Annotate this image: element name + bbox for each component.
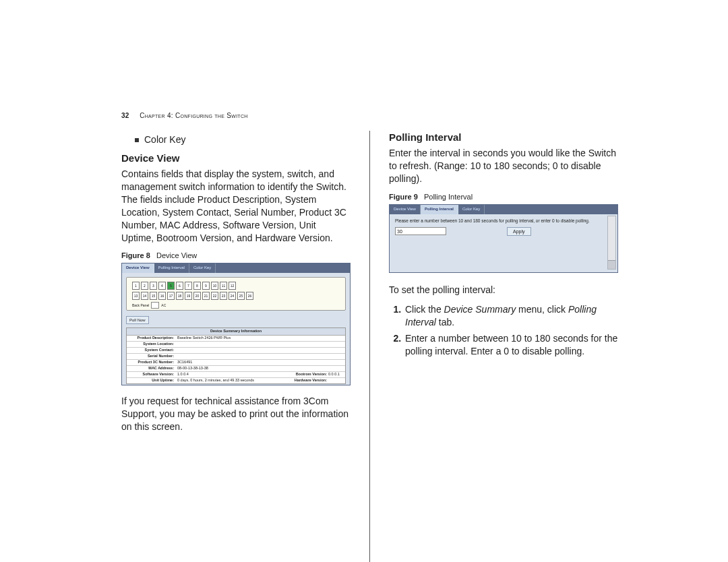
right-column: Polling Interval Enter the interval in s… <box>389 131 618 562</box>
summary-table: Device Summary Information Product Descr… <box>126 327 346 383</box>
row-value: 08-00-13-38-13-38 <box>176 366 345 371</box>
port[interactable]: 5 <box>167 282 175 290</box>
table-row: Product 3C Number:3C16491 <box>127 360 345 366</box>
tab-bar: Device View Polling Interval Color Key <box>122 263 350 273</box>
table-row: System Location: <box>127 342 345 348</box>
port[interactable]: 25 <box>237 292 245 300</box>
bullet-item: Color Key <box>135 133 351 146</box>
port[interactable]: 14 <box>141 292 148 300</box>
table-row: Product Description:Baseline Switch 2426… <box>127 336 345 342</box>
page: 32 Chapter 4: Configuring the Switch Col… <box>0 0 728 562</box>
chapter-label: Chapter 4: Configuring the Switch <box>140 112 248 119</box>
row-label-right: Bootrom Version: <box>286 372 327 377</box>
row-value: Baseline Switch 2426 PWR Plus <box>176 336 345 341</box>
port-row-1: 123456789101112 <box>132 282 236 290</box>
row-value <box>176 354 345 359</box>
two-columns: Color Key Device View Contains fields th… <box>121 131 647 562</box>
port[interactable]: 18 <box>176 292 183 300</box>
port[interactable]: 7 <box>185 282 192 290</box>
heading-device-view: Device View <box>121 152 351 165</box>
polling-message: Please enter a number between 10 and 180… <box>390 214 617 226</box>
port[interactable]: 4 <box>158 282 166 290</box>
back-panel-slot <box>151 302 159 309</box>
figure8-caption: Figure 8 Device View <box>121 251 351 261</box>
port[interactable]: 15 <box>150 292 157 300</box>
bullet-square-icon <box>135 138 139 142</box>
apply-button[interactable]: Apply <box>507 227 531 236</box>
row-label: Serial Number: <box>127 354 176 359</box>
table-row: Unit Uptime:0 days, 0 hours, 2 minutes, … <box>127 378 345 383</box>
table-row: Serial Number: <box>127 354 345 360</box>
scrollbar-thumb[interactable] <box>608 260 615 269</box>
tab-bar: Device View Polling Interval Color Key <box>390 205 617 214</box>
figure9-caption: Figure 9 Polling Interval <box>389 192 618 202</box>
row-label: Product Description: <box>127 336 176 341</box>
back-panel-label: Back Panel <box>132 303 149 308</box>
steps-list: Click the Device Summary menu, click Pol… <box>389 303 618 358</box>
tab-device-view[interactable]: Device View <box>122 263 154 273</box>
tab-polling-interval[interactable]: Polling Interval <box>154 263 189 273</box>
table-row: Software Version:1.0.0.4Bootrom Version:… <box>127 372 345 378</box>
row-label: System Contact: <box>127 348 176 353</box>
port[interactable]: 10 <box>211 282 218 290</box>
port[interactable]: 2 <box>141 282 148 290</box>
paragraph-polling: Enter the interval in seconds you would … <box>389 147 618 185</box>
paragraph-device-view: Contains fields that display the system,… <box>121 168 351 244</box>
left-column: Color Key Device View Contains fields th… <box>121 131 351 562</box>
summary-header: Device Summary Information <box>127 328 345 335</box>
paragraph-to-set: To set the polling interval: <box>389 284 618 296</box>
figure9-label: Figure 9 <box>389 193 418 201</box>
poll-now-button[interactable]: Poll Now <box>126 316 149 324</box>
figure9-title: Polling Interval <box>424 193 473 201</box>
port[interactable]: 3 <box>150 282 157 290</box>
running-header: 32 Chapter 4: Configuring the Switch <box>121 111 248 121</box>
port[interactable]: 13 <box>132 292 140 300</box>
polling-input[interactable]: 30 <box>395 227 446 235</box>
port[interactable]: 23 <box>220 292 227 300</box>
port[interactable]: 12 <box>229 282 236 290</box>
port[interactable]: 16 <box>158 292 166 300</box>
port[interactable]: 21 <box>202 292 210 300</box>
row-label: Product 3C Number: <box>127 360 176 365</box>
tab-polling-interval[interactable]: Polling Interval <box>421 205 458 214</box>
figure8-label: Figure 8 <box>121 251 150 259</box>
row-value: 1.0.0.4 <box>176 372 286 377</box>
row-value-right <box>327 378 345 383</box>
port[interactable]: 8 <box>193 282 201 290</box>
port[interactable]: 17 <box>167 292 175 300</box>
page-number: 32 <box>121 112 129 119</box>
column-divider <box>369 131 370 562</box>
port[interactable]: 22 <box>211 292 218 300</box>
row-value-right: 0.0.0.1 <box>327 372 345 377</box>
figure8-title: Device View <box>156 251 197 259</box>
bullet-text: Color Key <box>144 133 185 146</box>
tab-color-key[interactable]: Color Key <box>189 263 216 273</box>
row-label: Software Version: <box>127 372 176 377</box>
port[interactable]: 20 <box>193 292 201 300</box>
row-value <box>176 348 345 353</box>
figure9-screenshot: Device View Polling Interval Color Key P… <box>389 204 618 273</box>
paragraph-support-note: If you request for technical assistance … <box>121 395 351 433</box>
port[interactable]: 1 <box>132 282 140 290</box>
port[interactable]: 26 <box>246 292 253 300</box>
row-value: 3C16491 <box>176 360 345 365</box>
step-1: Click the Device Summary menu, click Pol… <box>404 303 618 329</box>
row-label-right: Hardware Version: <box>286 378 327 383</box>
polling-controls: 30 Apply <box>390 226 617 237</box>
heading-polling-interval: Polling Interval <box>389 131 618 144</box>
port[interactable]: 24 <box>229 292 236 300</box>
row-value <box>176 342 345 347</box>
tab-color-key[interactable]: Color Key <box>458 205 485 214</box>
port[interactable]: 9 <box>202 282 210 290</box>
port[interactable]: 6 <box>176 282 183 290</box>
port[interactable]: 19 <box>185 292 192 300</box>
port[interactable]: 11 <box>220 282 227 290</box>
scrollbar[interactable] <box>607 216 616 270</box>
port-panel: 123456789101112 131415161718192021222324… <box>126 277 346 311</box>
back-panel: Back Panel AC <box>132 302 166 309</box>
port-row-2: 1314151617181920212223242526 <box>132 292 253 300</box>
tab-device-view[interactable]: Device View <box>390 205 421 214</box>
row-label: MAC Address: <box>127 366 176 371</box>
ac-label: AC <box>161 303 166 308</box>
row-value: 0 days, 0 hours, 2 minutes, and 49.33 se… <box>176 378 286 383</box>
